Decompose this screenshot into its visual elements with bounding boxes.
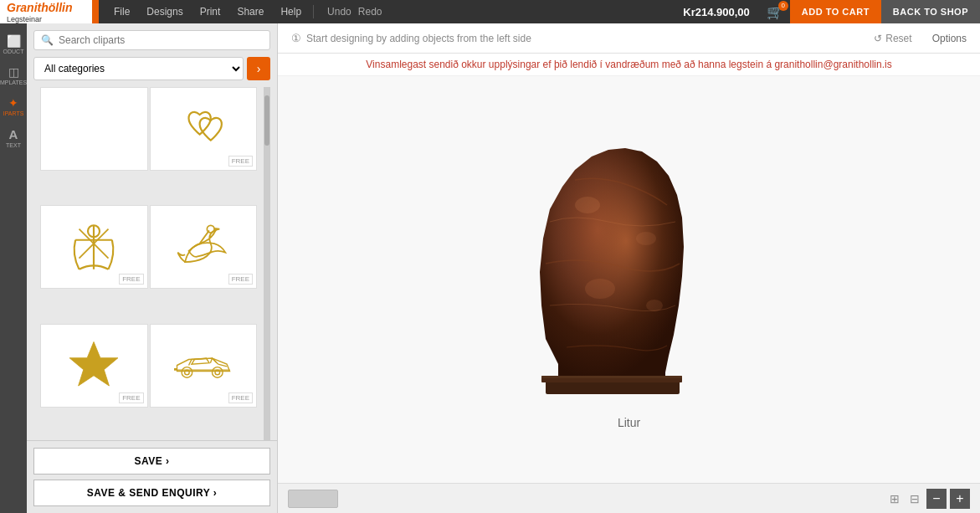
grid-icon[interactable]: ⊟	[910, 492, 920, 505]
category-select[interactable]: All categories	[33, 57, 244, 80]
left-panel: 🔍 All categories ›	[27, 23, 278, 513]
zoom-in-button[interactable]: +	[950, 489, 970, 509]
canvas-bottom: ⊞ ⊟ − +	[278, 483, 980, 513]
clipart-hearts	[174, 100, 233, 158]
main-area: ⬜ ODUCT ◫ MPLATES ✦ IPARTS A TEXT 🔍 All …	[0, 23, 980, 513]
clipart-item-4[interactable]: FREE	[150, 205, 258, 289]
clipart-car	[174, 336, 233, 395]
menu-divider	[313, 5, 314, 18]
reset-icon: ↺	[874, 33, 882, 44]
cart-badge: 0	[778, 1, 788, 11]
templates-icon: ◫	[8, 66, 19, 78]
product-icon: ⬜	[7, 35, 21, 47]
info-text: Vinsamlegast sendið okkur upplýsingar ef…	[366, 59, 891, 70]
svg-point-14	[636, 232, 656, 245]
clipart-item-2[interactable]: FREE	[150, 87, 258, 171]
panel-buttons: SAVE › SAVE & SEND ENQUIRY ›	[27, 440, 277, 513]
undo-redo: Undo Redo	[317, 6, 392, 18]
svg-point-13	[575, 197, 600, 213]
cart-icon[interactable]: 🛒 0	[760, 4, 790, 20]
menu-designs[interactable]: Designs	[138, 0, 191, 23]
svg-point-9	[212, 367, 223, 378]
clipart-6-badge: FREE	[228, 392, 253, 403]
price-display: Kr214.900,00	[673, 6, 760, 18]
clipart-swan	[174, 218, 233, 276]
clipart-item-1[interactable]	[40, 87, 148, 171]
hint-text: Start designing by adding objects from t…	[306, 33, 531, 44]
menu-file[interactable]: File	[105, 0, 138, 23]
logo-sub-text: Legsteinar	[7, 15, 73, 23]
clipart-grid: FREE	[33, 87, 264, 440]
sidebar-item-cliparts[interactable]: ✦ IPARTS	[0, 92, 27, 121]
sidebar-icons: ⬜ ODUCT ◫ MPLATES ✦ IPARTS A TEXT	[0, 23, 27, 513]
canvas-area: ① Start designing by adding objects from…	[278, 23, 980, 513]
zoom-out-button[interactable]: −	[926, 489, 947, 509]
svg-line-12	[218, 364, 227, 367]
clipart-empty	[64, 100, 123, 158]
navbar-menu: File Designs Print Share Help Undo Redo	[99, 0, 673, 23]
search-bar: 🔍	[27, 23, 277, 57]
logo-main-text: Granithöllin	[7, 1, 73, 14]
align-icon[interactable]: ⊞	[890, 492, 900, 505]
reset-label: Reset	[885, 33, 911, 44]
clipart-3-badge: FREE	[119, 274, 143, 285]
orange-bar	[92, 0, 99, 23]
text-icon: A	[9, 128, 18, 141]
search-input[interactable]	[59, 34, 263, 46]
search-input-wrap: 🔍	[33, 30, 270, 50]
svg-point-7	[182, 367, 192, 378]
zoom-controls: − +	[926, 489, 970, 509]
toolbar-hint: ① Start designing by adding objects from…	[291, 32, 531, 44]
scrollbar[interactable]	[264, 87, 270, 440]
add-to-cart-button[interactable]: ADD TO CART	[790, 0, 881, 23]
back-to-shop-button[interactable]: BACK TO SHOP	[881, 0, 980, 23]
canvas-main[interactable]: Litur	[278, 76, 980, 483]
clipart-5-badge: FREE	[119, 392, 143, 403]
sidebar-item-templates[interactable]: ◫ MPLATES	[0, 61, 27, 90]
clipart-2-badge: FREE	[228, 156, 253, 167]
save-send-button[interactable]: SAVE & SEND ENQUIRY ›	[33, 480, 270, 506]
cliparts-icon: ✦	[8, 97, 18, 109]
bottom-controls: ⊞ ⊟ − +	[890, 489, 970, 509]
clipart-4-badge: FREE	[228, 274, 253, 285]
clipart-star	[64, 336, 123, 395]
stone-wrap: Litur	[525, 130, 734, 429]
clipart-item-3[interactable]: FREE	[40, 205, 148, 289]
sidebar-item-product[interactable]: ⬜ ODUCT	[0, 30, 27, 59]
bottom-icons: ⊞ ⊟	[890, 492, 920, 505]
options-button[interactable]: Options	[932, 33, 967, 44]
logo: Granithöllin Legsteinar	[0, 0, 92, 23]
reset-button[interactable]: ↺ Reset	[874, 33, 911, 44]
scroll-thumb[interactable]	[264, 95, 269, 146]
svg-rect-19	[541, 376, 682, 378]
hint-icon: ①	[291, 32, 301, 44]
clipart-item-6[interactable]: FREE	[150, 324, 258, 408]
svg-point-5	[207, 225, 214, 233]
undo-button[interactable]: Undo	[327, 6, 351, 18]
redo-button[interactable]: Redo	[358, 6, 382, 18]
color-swatch[interactable]	[288, 490, 338, 508]
search-icon: 🔍	[41, 34, 54, 46]
menu-help[interactable]: Help	[272, 0, 310, 23]
canvas-toolbar: ① Start designing by adding objects from…	[278, 23, 980, 54]
save-button[interactable]: SAVE ›	[33, 448, 270, 475]
menu-print[interactable]: Print	[192, 0, 229, 23]
svg-point-16	[646, 300, 663, 311]
navbar: Granithöllin Legsteinar File Designs Pri…	[0, 0, 980, 23]
category-arrow[interactable]: ›	[247, 57, 270, 80]
stone-label: Litur	[618, 416, 640, 429]
info-banner: Vinsamlegast sendið okkur upplýsingar ef…	[278, 54, 980, 76]
clipart-item-5[interactable]: FREE	[40, 324, 148, 408]
clipart-anchor	[64, 218, 123, 276]
svg-marker-6	[69, 342, 118, 387]
sidebar-item-text[interactable]: A TEXT	[0, 123, 27, 153]
category-bar: All categories ›	[27, 57, 277, 87]
stone-image	[525, 130, 734, 406]
menu-share[interactable]: Share	[228, 0, 272, 23]
navbar-right: Kr214.900,00 🛒 0 ADD TO CART BACK TO SHO…	[673, 0, 980, 23]
svg-point-15	[585, 279, 615, 299]
